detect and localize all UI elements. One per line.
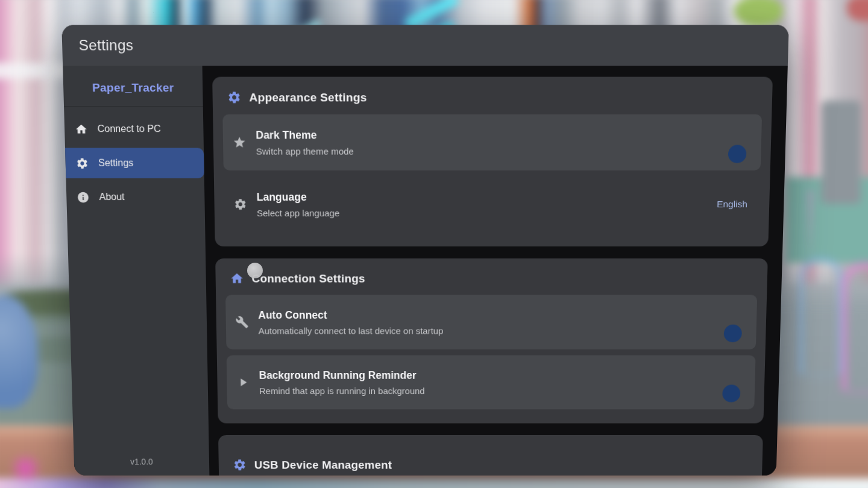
setting-row-auto-connect[interactable]: Auto Connect Automatically connect to la… <box>225 295 757 349</box>
section-title: USB Device Management <box>254 458 392 471</box>
settings-window: Settings Paper_Tracker Connect to PC Se <box>61 25 789 475</box>
window-titlebar: Settings <box>61 25 789 66</box>
home-icon <box>75 122 88 135</box>
info-icon <box>77 191 90 204</box>
sidebar-item-settings[interactable]: Settings <box>65 148 204 178</box>
setting-title: Dark Theme <box>256 129 354 142</box>
toggle-knob <box>722 384 740 402</box>
wrench-icon <box>236 316 249 329</box>
section-connection-settings: Connection Settings Auto Connect Automat… <box>215 258 768 424</box>
gear-icon <box>76 157 89 169</box>
setting-text: Language Select app language <box>257 191 340 218</box>
section-header: Appearance Settings <box>222 86 763 114</box>
gear-icon <box>227 90 242 104</box>
section-appearance-settings: Appearance Settings Dark Theme Switch ap… <box>212 77 773 247</box>
sidebar-item-label: Settings <box>98 158 134 169</box>
setting-subtitle: Remind that app is running in background <box>259 386 425 396</box>
toggle-knob <box>728 145 747 163</box>
play-icon <box>236 376 250 389</box>
app-version: v1.0.0 <box>74 457 210 466</box>
gear-icon <box>233 458 247 472</box>
vr-cursor-dot <box>247 263 263 278</box>
star-icon <box>233 136 247 149</box>
setting-text: Auto Connect Automatically connect to la… <box>258 309 443 336</box>
gear-icon <box>234 198 247 211</box>
sidebar-item-label: About <box>99 192 124 202</box>
settings-content: Appearance Settings Dark Theme Switch ap… <box>203 66 788 475</box>
language-value[interactable]: English <box>717 199 747 209</box>
setting-title: Language <box>257 191 340 204</box>
setting-row-language[interactable]: Language Select app language English <box>224 177 760 232</box>
setting-text: Background Running Reminder Remind that … <box>259 369 425 396</box>
window-title: Settings <box>78 37 133 54</box>
bg-floor <box>0 478 868 488</box>
section-header: USB Device Management <box>228 454 753 476</box>
setting-row-dark-theme[interactable]: Dark Theme Switch app theme mode <box>222 114 762 170</box>
bg-neon-arch-blue <box>800 258 841 374</box>
section-title: Appearance Settings <box>249 90 366 104</box>
section-header: Connection Settings <box>225 267 758 295</box>
bg-magenta-glow <box>8 455 43 482</box>
window-body: Paper_Tracker Connect to PC Settings <box>63 66 788 475</box>
setting-row-background-reminder[interactable]: Background Running Reminder Remind that … <box>227 355 756 410</box>
sidebar-item-connect-to-pc[interactable]: Connect to PC <box>64 114 203 145</box>
setting-title: Background Running Reminder <box>259 369 425 381</box>
bg-neon-arch-pink <box>843 264 868 390</box>
setting-subtitle: Switch app theme mode <box>256 146 354 156</box>
section-title: Connection Settings <box>251 272 365 285</box>
bg-gray-building <box>822 101 861 204</box>
home-icon <box>230 272 244 286</box>
setting-subtitle: Select app language <box>257 208 339 218</box>
bg-neon-line <box>809 190 811 261</box>
sidebar-divider <box>64 106 203 107</box>
setting-subtitle: Automatically connect to last device on … <box>259 325 444 336</box>
section-usb-device-management: USB Device Management <box>218 435 763 475</box>
setting-title: Auto Connect <box>258 309 443 322</box>
sidebar: Paper_Tracker Connect to PC Settings <box>63 66 209 475</box>
setting-control: English <box>717 199 747 210</box>
sidebar-item-about[interactable]: About <box>66 182 205 212</box>
toggle-knob <box>724 324 743 342</box>
setting-text: Dark Theme Switch app theme mode <box>256 129 354 157</box>
vr-screen: Settings Paper_Tracker Connect to PC Se <box>0 0 868 488</box>
app-name: Paper_Tracker <box>63 66 203 106</box>
sidebar-item-label: Connect to PC <box>97 124 161 134</box>
